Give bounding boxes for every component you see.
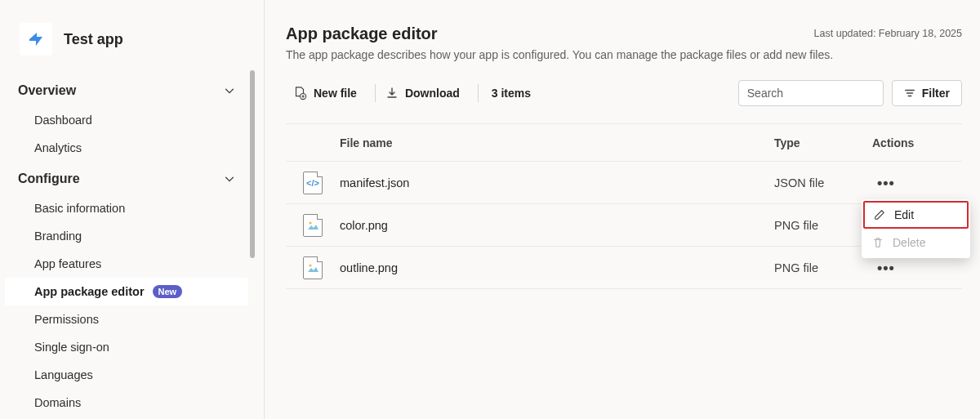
file-actions-cell: ••• bbox=[872, 172, 962, 194]
context-menu-edit-label: Edit bbox=[894, 208, 914, 221]
sidebar-item-label: Basic information bbox=[34, 202, 125, 215]
sidebar-item-label: App features bbox=[34, 257, 101, 270]
app-header: Test app bbox=[0, 16, 253, 74]
column-header-name: File name bbox=[340, 136, 774, 149]
toolbar-separator bbox=[478, 84, 479, 102]
main-content: App package editor Last updated: Februar… bbox=[253, 0, 980, 419]
file-icon-cell: </> bbox=[286, 172, 340, 194]
file-name-cell: manifest.json bbox=[340, 176, 774, 189]
search-input[interactable] bbox=[738, 80, 884, 106]
download-label: Download bbox=[405, 87, 460, 100]
sidebar-section-configure-label: Configure bbox=[18, 172, 80, 186]
sidebar-item-dashboard[interactable]: Dashboard bbox=[0, 106, 253, 134]
file-name-cell: color.png bbox=[340, 219, 774, 232]
sidebar-item-app-package-editor[interactable]: App package editor New bbox=[5, 278, 248, 305]
file-type-cell: PNG file bbox=[774, 219, 872, 232]
sidebar-item-label: Analytics bbox=[34, 141, 82, 154]
more-actions-button[interactable]: ••• bbox=[872, 172, 900, 194]
app-root: Test app Overview Dashboard Analytics Co… bbox=[0, 0, 980, 419]
new-badge: New bbox=[153, 285, 183, 298]
file-icon-cell bbox=[286, 214, 340, 237]
item-count-label: 3 items bbox=[482, 80, 541, 106]
table-row[interactable]: outline.png PNG file ••• bbox=[286, 247, 962, 289]
sidebar-item-label: App package editor bbox=[34, 285, 145, 298]
context-menu-delete-label: Delete bbox=[893, 236, 925, 249]
sidebar-item-label: Single sign-on bbox=[34, 341, 109, 354]
sidebar-item-branding[interactable]: Branding bbox=[0, 222, 253, 250]
image-file-icon bbox=[303, 256, 323, 279]
app-logo bbox=[20, 23, 52, 56]
code-file-icon: </> bbox=[303, 172, 323, 194]
sidebar-item-label: Branding bbox=[34, 230, 82, 243]
context-menu: Edit Delete bbox=[862, 199, 970, 258]
toolbar-separator bbox=[375, 84, 376, 102]
app-logo-icon bbox=[26, 29, 46, 49]
sidebar-item-label: Permissions bbox=[34, 313, 99, 326]
file-name-cell: outline.png bbox=[340, 261, 774, 274]
last-updated-label: Last updated: February 18, 2025 bbox=[814, 28, 962, 39]
sidebar-item-app-features[interactable]: App features bbox=[0, 250, 253, 278]
download-button[interactable]: Download bbox=[379, 80, 474, 106]
filter-label: Filter bbox=[922, 87, 950, 100]
context-menu-delete[interactable]: Delete bbox=[863, 229, 969, 256]
sidebar-item-label: Languages bbox=[34, 368, 93, 381]
table-header-row: File name Type Actions bbox=[286, 124, 962, 162]
sidebar: Test app Overview Dashboard Analytics Co… bbox=[0, 0, 253, 419]
main-header: App package editor Last updated: Februar… bbox=[286, 25, 962, 43]
sidebar-section-configure[interactable]: Configure bbox=[0, 162, 253, 194]
new-file-label: New file bbox=[314, 87, 357, 100]
chevron-down-icon bbox=[224, 173, 235, 185]
sidebar-item-permissions[interactable]: Permissions bbox=[0, 305, 253, 333]
sidebar-item-single-sign-on[interactable]: Single sign-on bbox=[0, 333, 253, 361]
svg-point-2 bbox=[309, 264, 311, 266]
page-title: App package editor bbox=[286, 25, 438, 43]
toolbar: New file Download 3 items Filter bbox=[286, 79, 962, 107]
sidebar-item-label: Dashboard bbox=[34, 114, 92, 127]
file-icon-cell bbox=[286, 256, 340, 279]
file-actions-cell: ••• bbox=[872, 257, 962, 279]
image-file-icon bbox=[303, 214, 323, 237]
app-name: Test app bbox=[64, 31, 123, 48]
file-plus-icon bbox=[292, 86, 307, 100]
page-description: The app package describes how your app i… bbox=[286, 48, 962, 61]
new-file-button[interactable]: New file bbox=[286, 79, 372, 107]
context-menu-edit[interactable]: Edit bbox=[863, 201, 969, 229]
file-table: File name Type Actions </> manifest.json… bbox=[286, 123, 962, 289]
filter-button[interactable]: Filter bbox=[892, 80, 962, 106]
table-row[interactable]: </> manifest.json JSON file ••• bbox=[286, 162, 962, 204]
chevron-down-icon bbox=[224, 85, 235, 96]
download-icon bbox=[385, 87, 399, 100]
sidebar-item-label: Domains bbox=[34, 396, 81, 409]
column-header-actions: Actions bbox=[872, 136, 962, 149]
column-header-type: Type bbox=[774, 136, 872, 149]
sidebar-section-overview[interactable]: Overview bbox=[0, 74, 253, 106]
sidebar-section-overview-label: Overview bbox=[18, 83, 76, 98]
file-type-cell: JSON file bbox=[774, 176, 872, 189]
table-row[interactable]: color.png PNG file ••• bbox=[286, 204, 962, 247]
sidebar-item-basic-information[interactable]: Basic information bbox=[0, 194, 253, 222]
sidebar-item-domains[interactable]: Domains bbox=[0, 389, 253, 417]
sidebar-item-analytics[interactable]: Analytics bbox=[0, 134, 253, 162]
pencil-icon bbox=[873, 209, 886, 221]
svg-point-1 bbox=[309, 221, 311, 224]
sidebar-item-languages[interactable]: Languages bbox=[0, 361, 253, 389]
file-type-cell: PNG file bbox=[774, 261, 872, 274]
more-actions-button[interactable]: ••• bbox=[872, 257, 900, 279]
trash-icon bbox=[871, 237, 884, 248]
filter-icon bbox=[904, 87, 915, 99]
